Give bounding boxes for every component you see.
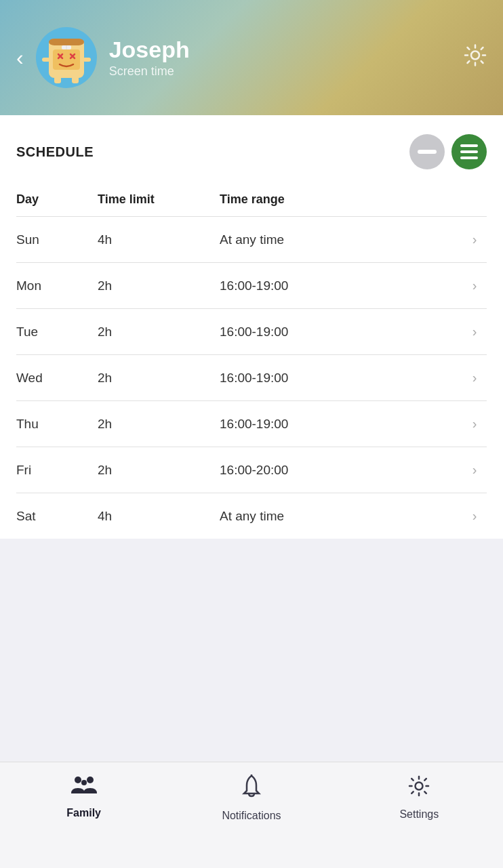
- nav-label-family: Family: [66, 807, 101, 819]
- nav-label-notifications: Notifications: [222, 810, 281, 822]
- svg-rect-9: [42, 58, 50, 62]
- svg-point-20: [81, 780, 87, 785]
- back-button[interactable]: ‹: [16, 47, 24, 68]
- family-icon: [71, 774, 97, 802]
- chevron-right-icon: ›: [462, 324, 487, 339]
- svg-rect-15: [460, 144, 478, 147]
- chevron-right-icon: ›: [462, 462, 487, 478]
- grid-icon: [418, 147, 437, 157]
- nav-item-notifications[interactable]: Notifications: [167, 774, 335, 822]
- list-view-button[interactable]: [451, 134, 487, 169]
- cell-range: 16:00-19:00: [220, 371, 462, 386]
- avatar: [36, 27, 97, 88]
- bell-svg: [241, 774, 262, 799]
- svg-point-18: [75, 777, 81, 783]
- cell-day: Fri: [16, 463, 98, 478]
- bell-icon: [241, 774, 262, 804]
- cell-day: Tue: [16, 325, 98, 339]
- view-toggle: [409, 134, 487, 169]
- settings-nav-icon: [407, 774, 430, 803]
- cell-limit: 2h: [98, 417, 220, 432]
- cell-day: Thu: [16, 417, 98, 432]
- schedule-table: Sun 4h At any time › Mon 2h 16:00-19:00 …: [16, 217, 487, 539]
- main-content: SCHEDULE Day Time limit Time range Sun: [0, 115, 503, 539]
- chevron-right-icon: ›: [462, 370, 487, 386]
- cell-range: 16:00-20:00: [220, 463, 462, 478]
- cell-range: At any time: [220, 232, 462, 247]
- cell-range: 16:00-19:00: [220, 417, 462, 432]
- cell-limit: 2h: [98, 325, 220, 339]
- schedule-title: SCHEDULE: [16, 144, 94, 160]
- settings-gear-svg: [407, 774, 430, 798]
- svg-point-19: [87, 777, 94, 783]
- bottom-nav: Family Notifications Settings: [0, 762, 503, 868]
- cell-limit: 2h: [98, 463, 220, 478]
- table-row[interactable]: Mon 2h 16:00-19:00 ›: [16, 263, 487, 309]
- nav-item-settings[interactable]: Settings: [336, 774, 503, 821]
- avatar-illustration: [39, 30, 94, 85]
- cell-limit: 4h: [98, 509, 220, 524]
- chevron-right-icon: ›: [462, 232, 487, 247]
- family-svg: [71, 774, 97, 796]
- col-limit: Time limit: [98, 192, 220, 207]
- table-row[interactable]: Fri 2h 16:00-20:00 ›: [16, 447, 487, 493]
- cell-day: Mon: [16, 278, 98, 293]
- cell-day: Sun: [16, 232, 98, 247]
- cell-limit: 2h: [98, 278, 220, 293]
- list-icon: [460, 144, 478, 159]
- nav-label-settings: Settings: [399, 808, 439, 821]
- chevron-right-icon: ›: [462, 508, 487, 524]
- cell-day: Sat: [16, 509, 98, 524]
- svg-rect-10: [83, 58, 91, 62]
- chevron-right-icon: ›: [462, 278, 487, 293]
- gear-icon: [464, 44, 487, 67]
- user-subtitle: Screen time: [109, 64, 190, 79]
- cell-range: 16:00-19:00: [220, 278, 462, 293]
- col-day: Day: [16, 192, 98, 207]
- svg-rect-16: [460, 150, 478, 153]
- schedule-header: SCHEDULE: [16, 134, 487, 169]
- cell-limit: 4h: [98, 232, 220, 247]
- svg-rect-11: [54, 77, 61, 83]
- table-header: Day Time limit Time range: [16, 186, 487, 217]
- table-row[interactable]: Thu 2h 16:00-19:00 ›: [16, 401, 487, 447]
- grid-view-button[interactable]: [409, 134, 445, 169]
- settings-icon[interactable]: [464, 44, 487, 72]
- svg-rect-12: [72, 77, 79, 83]
- col-action: [462, 192, 487, 207]
- svg-point-13: [471, 51, 479, 60]
- svg-point-22: [416, 783, 423, 790]
- cell-range: At any time: [220, 509, 462, 524]
- user-name: Joseph: [109, 37, 190, 63]
- svg-rect-14: [418, 150, 437, 154]
- user-info: Joseph Screen time: [109, 37, 190, 79]
- svg-rect-1: [49, 39, 84, 45]
- nav-item-family[interactable]: Family: [0, 774, 167, 819]
- cell-range: 16:00-19:00: [220, 325, 462, 339]
- table-row[interactable]: Sat 4h At any time ›: [16, 493, 487, 539]
- table-row[interactable]: Sun 4h At any time ›: [16, 217, 487, 263]
- table-row[interactable]: Tue 2h 16:00-19:00 ›: [16, 309, 487, 355]
- table-row[interactable]: Wed 2h 16:00-19:00 ›: [16, 355, 487, 401]
- cell-limit: 2h: [98, 371, 220, 386]
- chevron-right-icon: ›: [462, 416, 487, 432]
- col-range: Time range: [220, 192, 462, 207]
- header: ‹ Joseph Scr: [0, 0, 503, 115]
- cell-day: Wed: [16, 371, 98, 386]
- svg-rect-17: [460, 157, 478, 159]
